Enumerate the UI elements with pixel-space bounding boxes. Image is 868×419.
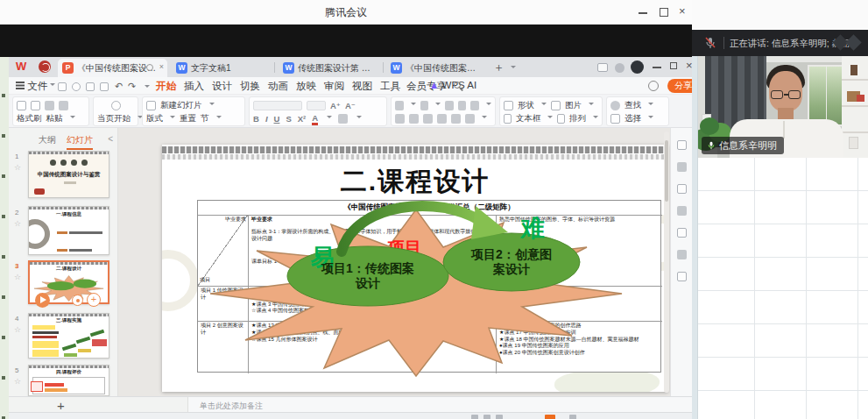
status-icon[interactable]	[569, 415, 576, 419]
status-play-icon[interactable]	[545, 415, 555, 419]
slide-star-icon[interactable]: ☆	[14, 163, 21, 172]
select-icon[interactable]	[610, 114, 620, 124]
decrease-font-icon[interactable]: A⁻	[345, 101, 356, 110]
export-icon[interactable]	[72, 81, 81, 91]
wps-restore-button[interactable]	[666, 58, 683, 75]
bold-button[interactable]: B	[253, 114, 259, 124]
maximize-button[interactable]	[655, 4, 673, 21]
new-slide-label[interactable]: 新建幻灯片	[160, 100, 202, 111]
picture-label[interactable]: 图片	[565, 100, 582, 111]
slide-thumbnail-1[interactable]: 中国传统图案设计与鉴赏	[28, 151, 109, 198]
align-right-icon[interactable]	[423, 114, 433, 124]
align-center-icon[interactable]	[409, 114, 419, 124]
minimize-button[interactable]	[634, 4, 652, 21]
font-size-select[interactable]	[307, 101, 326, 110]
slide-star-icon[interactable]: ☆	[14, 219, 21, 228]
increase-font-icon[interactable]: A⁺	[330, 101, 341, 110]
more-pane-icon[interactable]	[677, 272, 687, 281]
menu-animation[interactable]: 动画	[268, 80, 288, 93]
globe-icon[interactable]	[615, 61, 625, 73]
play-from-current-icon[interactable]	[111, 101, 121, 110]
canvas-scrollbar[interactable]	[664, 131, 669, 393]
help-pane-icon[interactable]	[677, 250, 687, 259]
menu-review[interactable]: 审阅	[324, 80, 344, 93]
print-icon[interactable]	[86, 81, 95, 91]
layout-label[interactable]: 版式	[146, 113, 163, 124]
tab-slides[interactable]: 幻灯片	[67, 134, 93, 146]
quick-access-caret-icon[interactable]	[145, 85, 150, 90]
textbox-label[interactable]: 文本框	[516, 113, 541, 124]
superscript-button[interactable]: X²	[298, 114, 307, 124]
font-color-button[interactable]: A	[312, 113, 318, 125]
tab-doc3[interactable]: W 《中国传统图案设计与鉴赏》教学大纲	[386, 59, 488, 77]
paste-icon[interactable]	[31, 101, 40, 110]
line-spacing-icon[interactable]	[470, 101, 479, 110]
tab-outline[interactable]: 大纲	[39, 134, 56, 146]
slide-editor[interactable]: 二.课程设计 《中国传统图案设计与鉴赏》门类汇总（二级矩阵） 毕业要求 项目 毕…	[162, 145, 668, 392]
selection-pane-icon[interactable]	[677, 228, 687, 238]
file-menu[interactable]: 文件	[16, 80, 55, 93]
comment-pane-icon[interactable]	[677, 206, 687, 216]
mic-muted-icon[interactable]	[704, 37, 716, 49]
textbox-icon[interactable]	[504, 114, 512, 124]
status-icon[interactable]	[471, 415, 478, 419]
tab-list-caret-icon[interactable]	[511, 66, 516, 71]
panel-collapse-icon[interactable]	[677, 140, 687, 150]
select-label[interactable]: 选择	[625, 113, 641, 124]
tab-pin-icon[interactable]	[146, 64, 153, 71]
tab-presentation[interactable]: P 《中国传统图案设计与鉴赏》 ×	[58, 59, 167, 77]
tab-doc2[interactable]: W 传统图案设计第 4 次课教学整体设计	[279, 59, 380, 77]
format-painter-icon[interactable]	[17, 101, 26, 110]
account-avatar[interactable]	[631, 60, 644, 74]
tab-doc1[interactable]: W 文字文稿1	[172, 59, 270, 77]
arrange-label[interactable]: 排列	[569, 113, 586, 124]
number-list-icon[interactable]	[420, 101, 429, 110]
service-icon[interactable]	[648, 81, 659, 91]
status-icon[interactable]	[496, 415, 503, 419]
app-circle-icon[interactable]	[39, 60, 51, 73]
italic-button[interactable]: I	[265, 114, 268, 124]
status-icon[interactable]	[483, 415, 490, 419]
format-painter-label[interactable]: 格式刷	[17, 113, 42, 124]
menu-transition[interactable]: 切换	[240, 80, 260, 93]
cut-icon[interactable]	[45, 101, 54, 110]
slide-star-icon[interactable]: ☆	[14, 325, 21, 334]
paste-label[interactable]: 粘贴	[46, 113, 63, 124]
font-name-select[interactable]	[253, 101, 302, 110]
slide-star-icon[interactable]: ☆	[14, 377, 21, 386]
find-icon[interactable]	[610, 101, 620, 110]
slide-thumbnail-5[interactable]: 四.课程评价	[28, 365, 109, 396]
slide-star-icon[interactable]: ☆	[14, 273, 21, 281]
menu-design[interactable]: 设计	[212, 80, 232, 93]
wps-logo-icon[interactable]: W	[16, 60, 32, 74]
tab-close-icon[interactable]: ×	[159, 62, 164, 71]
slide-thumbnail-4[interactable]: 三.课程实施	[28, 313, 109, 359]
collapse-panel-icon[interactable]: <	[108, 134, 113, 144]
menu-home[interactable]: 开始	[156, 80, 176, 93]
indent-decrease-icon[interactable]	[445, 101, 454, 110]
redo-icon[interactable]: ↷	[128, 81, 136, 92]
slide-thumbnail-2[interactable]: 一.课程信息	[28, 206, 109, 255]
play-current-label[interactable]: 当页开始	[97, 113, 131, 124]
print-preview-icon[interactable]	[100, 81, 109, 91]
highlight-color-icon[interactable]	[338, 114, 348, 124]
shapes-label[interactable]: 形状	[518, 100, 534, 111]
menu-insert[interactable]: 插入	[184, 80, 204, 93]
menu-tools[interactable]: 工具	[380, 80, 400, 93]
justify-icon[interactable]	[437, 114, 447, 124]
animation-pane-icon[interactable]	[677, 184, 687, 194]
slide-heading[interactable]: 二.课程设计	[162, 164, 668, 200]
participant-video[interactable]: 信息系辛明明	[698, 56, 868, 158]
thumb-add-slide-button[interactable]: +	[87, 293, 101, 307]
columns-icon[interactable]	[451, 114, 461, 124]
search-icon[interactable]	[454, 82, 461, 89]
style-pane-icon[interactable]	[677, 162, 687, 172]
underline-button[interactable]: U	[274, 114, 280, 124]
save-icon[interactable]	[58, 81, 67, 91]
split-view-icon[interactable]	[597, 61, 608, 72]
indent-increase-icon[interactable]	[458, 101, 467, 110]
close-button[interactable]: ×	[676, 4, 694, 21]
text-direction-icon[interactable]	[465, 114, 475, 124]
reset-label[interactable]: 重置	[180, 113, 196, 124]
strikethrough-button[interactable]: S	[286, 114, 291, 124]
